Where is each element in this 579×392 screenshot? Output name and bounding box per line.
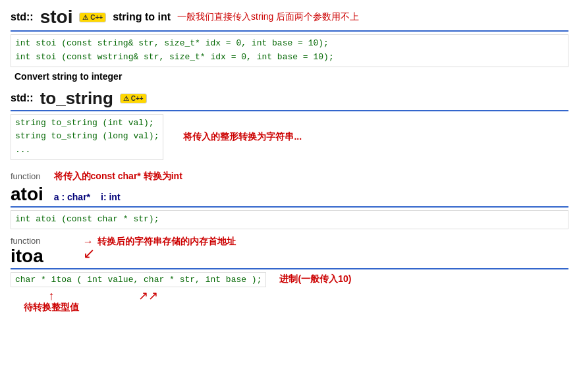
tostring-code-line1: string to_string (int val);	[15, 117, 159, 130]
tostring-section: std::to_string ⚠ C++ string to_string (i…	[11, 88, 568, 160]
atoi-code-line: int atoi (const char * str);	[15, 213, 564, 227]
itoa-annot1-text: 转换后的字符串存储的内存首地址	[97, 236, 236, 248]
tostring-header: std::to_string ⚠ C++	[11, 88, 568, 109]
itoa-section: function itoa → 转换后的字符串存储的内存首地址 ↙ char *…	[11, 236, 568, 314]
tostring-std-prefix: std::	[11, 92, 34, 104]
itoa-title-col: function itoa	[11, 236, 43, 267]
tostring-warning-icon: ⚠	[123, 95, 129, 102]
stoi-header: std::stoi ⚠ C++ string to int 一般我们直接传入st…	[11, 7, 568, 28]
atoi-param-a: a : char*	[54, 192, 90, 202]
atoi-function-label: function	[11, 171, 41, 181]
itoa-sub-annot2-group: ↗↗	[138, 290, 158, 302]
itoa-annotation-right: 进制(一般传入10)	[279, 272, 351, 285]
tostring-divider	[11, 110, 568, 111]
itoa-sub-annot1-group: ↑ 待转换整型值	[24, 290, 79, 314]
itoa-annotation-col: → 转换后的字符串存储的内存首地址 ↙	[83, 236, 236, 261]
atoi-header: atoi a : char* i: int	[11, 184, 568, 205]
itoa-sub-annot1-text: 待转换整型值	[24, 302, 79, 314]
tostring-code-line2: string to_string (long val);	[15, 130, 159, 144]
curved-right-arrows: ↗↗	[138, 290, 158, 302]
stoi-string-to-int-label: string to int	[113, 11, 171, 23]
stoi-code-line1: int stoi (const string& str, size_t* idx…	[15, 37, 564, 51]
stoi-divider	[11, 30, 568, 32]
itoa-title: itoa	[11, 246, 43, 267]
atoi-divider	[11, 206, 568, 208]
tostring-code-area: string to_string (int val); string to_st…	[11, 114, 568, 160]
tostring-code-line3: ...	[15, 144, 159, 157]
stoi-badge-text: C++	[90, 14, 103, 21]
tostring-warning-badge: ⚠ C++	[120, 94, 147, 103]
itoa-code-row: char * itoa ( int value, char * str, int…	[11, 272, 568, 287]
tostring-badge-text: C++	[131, 95, 144, 102]
up-arrow-icon: ↑	[49, 290, 55, 302]
warning-icon: ⚠	[82, 14, 88, 21]
itoa-annotation1: → 转换后的字符串存储的内存首地址	[83, 236, 236, 248]
atoi-code-block: int atoi (const char * str);	[11, 210, 568, 229]
itoa-code-block: char * itoa ( int value, char * str, int…	[11, 272, 266, 287]
atoi-function-row: function 将传入的const char* 转换为int	[11, 171, 568, 182]
tostring-title: to_string	[40, 88, 113, 109]
atoi-param-i: i: int	[101, 192, 121, 202]
stoi-desc: Convert string to integer	[14, 71, 568, 82]
itoa-function-label: function	[11, 236, 43, 246]
itoa-divider	[11, 268, 568, 269]
itoa-code-line: char * itoa ( int value, char * str, int…	[15, 275, 262, 285]
stoi-std-prefix: std::	[11, 11, 34, 23]
tostring-annotation: 将传入的整形转换为字符串...	[183, 131, 302, 143]
atoi-title: atoi	[11, 184, 43, 205]
stoi-warning-badge: ⚠ C++	[79, 13, 106, 22]
stoi-code-line2: int stoi (const wstring& str, size_t* id…	[15, 51, 564, 65]
atoi-annotation: 将传入的const char* 转换为int	[54, 171, 182, 182]
atoi-section: function 将传入的const char* 转换为int atoi a :…	[11, 167, 568, 229]
stoi-annotation: 一般我们直接传入string 后面两个参数用不上	[177, 11, 359, 23]
curved-arrow-icon: ↙	[83, 246, 236, 261]
stoi-title: stoi	[40, 7, 73, 28]
stoi-section: std::stoi ⚠ C++ string to int 一般我们直接传入st…	[11, 7, 568, 82]
stoi-code-block: int stoi (const string& str, size_t* idx…	[11, 34, 568, 67]
tostring-code-block: string to_string (int val); string to_st…	[11, 114, 163, 160]
